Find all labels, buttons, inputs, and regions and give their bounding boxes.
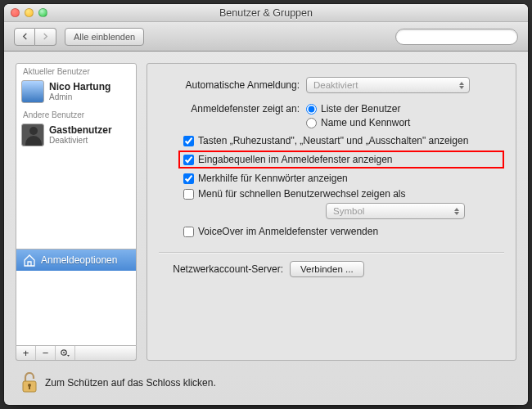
display-as-row: Anmeldefenster zeigt an: Liste der Benut… bbox=[159, 103, 504, 128]
auto-login-popup[interactable]: Deaktiviert bbox=[306, 77, 470, 93]
settings-panel: Automatische Anmeldung: Deaktiviert Anme… bbox=[147, 63, 516, 361]
network-server-label: Netzwerkaccount-Server: bbox=[159, 263, 290, 275]
search-input[interactable] bbox=[404, 32, 517, 42]
remove-user-button[interactable]: − bbox=[36, 346, 56, 360]
content-area: Aktueller Benutzer Nico Hartung Admin An… bbox=[4, 52, 528, 364]
other-users-header: Andere Benutzer bbox=[16, 107, 136, 121]
checkbox-input[interactable] bbox=[183, 227, 194, 237]
fast-switch-popup[interactable]: Symbol bbox=[326, 203, 465, 219]
user-role: Admin bbox=[49, 92, 110, 101]
checkbox-input[interactable] bbox=[183, 173, 194, 184]
display-radio-group: Liste der Benutzer Name und Kennwort bbox=[306, 103, 410, 128]
forward-button[interactable] bbox=[35, 28, 56, 46]
avatar bbox=[21, 80, 44, 103]
minimize-icon[interactable] bbox=[25, 8, 34, 17]
current-user-row[interactable]: Nico Hartung Admin bbox=[16, 78, 136, 107]
checkbox-input[interactable] bbox=[183, 136, 194, 146]
user-name: Gastbenutzer bbox=[49, 125, 112, 137]
house-icon bbox=[23, 254, 36, 267]
fast-switch-popup-row: Symbol bbox=[326, 203, 504, 219]
user-name: Nico Hartung bbox=[49, 82, 110, 93]
cb-fast-switch[interactable]: Menü für schnellen Benutzerwechsel zeige… bbox=[183, 188, 504, 200]
radio-input[interactable] bbox=[306, 118, 317, 128]
radio-user-list[interactable]: Liste der Benutzer bbox=[306, 103, 410, 115]
traffic-lights bbox=[11, 8, 47, 17]
lock-text: Zum Schützen auf das Schloss klicken. bbox=[45, 377, 216, 389]
chevron-updown-icon bbox=[452, 205, 462, 217]
add-user-button[interactable]: + bbox=[16, 346, 36, 360]
gear-icon bbox=[60, 348, 71, 358]
lock-row: Zum Schützen auf das Schloss klicken. bbox=[4, 364, 528, 405]
current-user-header: Aktueller Benutzer bbox=[16, 64, 136, 78]
connect-button[interactable]: Verbinden ... bbox=[290, 261, 364, 277]
show-all-button[interactable]: Alle einblenden bbox=[65, 28, 144, 46]
svg-rect-6 bbox=[29, 386, 30, 389]
sidebar-footer: + − bbox=[16, 346, 137, 361]
chevron-right-icon bbox=[42, 33, 49, 40]
cb-voiceover[interactable]: VoiceOver im Anmeldefenster verwenden bbox=[183, 226, 504, 237]
auto-login-label: Automatische Anmeldung: bbox=[159, 79, 306, 91]
cb-show-buttons[interactable]: Tasten „Ruhezustand", „Neustart" und „Au… bbox=[183, 135, 504, 146]
checkbox-input[interactable] bbox=[183, 189, 194, 200]
user-role: Deaktiviert bbox=[49, 136, 112, 145]
prefs-window: Benutzer & Gruppen Alle einblenden Aktue… bbox=[4, 4, 528, 405]
login-options-row[interactable]: Anmeldeoptionen bbox=[16, 249, 136, 271]
network-server-row: Netzwerkaccount-Server: Verbinden ... bbox=[159, 261, 504, 277]
chevron-updown-icon bbox=[457, 79, 467, 91]
chevron-left-icon bbox=[21, 33, 29, 40]
cb-input-sources[interactable]: Eingabequellen im Anmeldefenster anzeige… bbox=[183, 154, 393, 165]
user-list: Aktueller Benutzer Nico Hartung Admin An… bbox=[16, 63, 137, 346]
checkbox-list: Tasten „Ruhezustand", „Neustart" und „Au… bbox=[159, 135, 504, 200]
nav-buttons bbox=[14, 28, 56, 46]
lock-icon[interactable] bbox=[20, 372, 38, 393]
titlebar: Benutzer & Gruppen bbox=[4, 4, 528, 22]
window-title: Benutzer & Gruppen bbox=[4, 7, 528, 19]
zoom-icon[interactable] bbox=[38, 8, 47, 17]
login-options-label: Anmeldeoptionen bbox=[41, 254, 117, 266]
search-field[interactable] bbox=[395, 29, 518, 45]
cb-password-hints[interactable]: Merkhilfe für Kennwörter anzeigen bbox=[183, 173, 504, 184]
divider bbox=[159, 252, 504, 253]
toolbar: Alle einblenden bbox=[4, 22, 528, 52]
action-menu-button[interactable] bbox=[56, 346, 75, 360]
avatar bbox=[21, 124, 44, 146]
radio-input[interactable] bbox=[306, 104, 317, 115]
radio-name-password[interactable]: Name und Kennwort bbox=[306, 117, 410, 128]
close-icon[interactable] bbox=[11, 8, 20, 17]
guest-user-row[interactable]: Gastbenutzer Deaktiviert bbox=[16, 121, 136, 151]
checkbox-list-2: VoiceOver im Anmeldefenster verwenden bbox=[159, 226, 504, 237]
checkbox-input[interactable] bbox=[183, 155, 194, 165]
highlighted-option: Eingabequellen im Anmeldefenster anzeige… bbox=[178, 151, 504, 169]
sidebar: Aktueller Benutzer Nico Hartung Admin An… bbox=[16, 63, 137, 361]
auto-login-row: Automatische Anmeldung: Deaktiviert bbox=[159, 77, 504, 93]
display-as-label: Anmeldefenster zeigt an: bbox=[159, 103, 306, 115]
back-button[interactable] bbox=[14, 28, 35, 46]
svg-point-3 bbox=[63, 352, 65, 353]
